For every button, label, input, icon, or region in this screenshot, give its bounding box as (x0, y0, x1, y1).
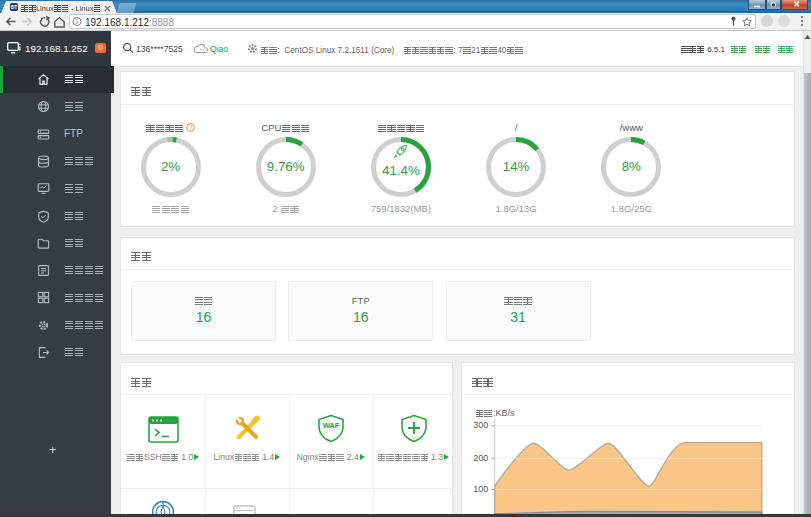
svg-text:?: ? (189, 124, 193, 131)
svg-text:WAF: WAF (322, 420, 339, 429)
